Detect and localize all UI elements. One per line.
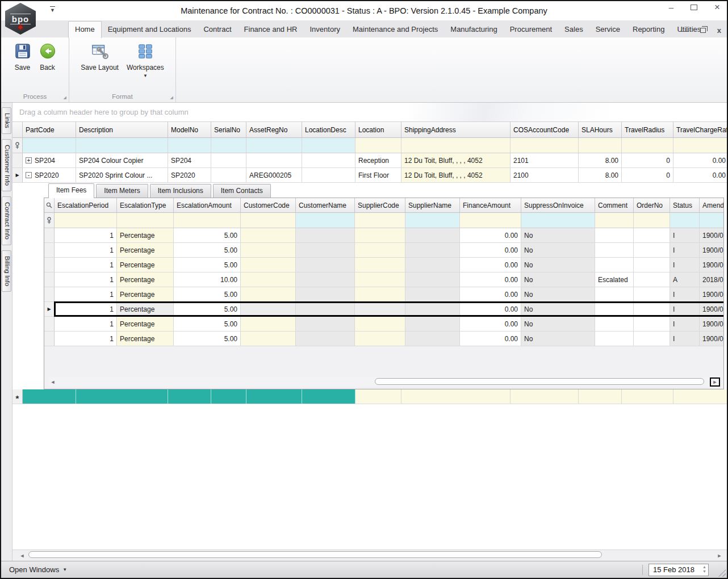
detail-cell-comment[interactable] (595, 243, 634, 257)
detail-cell-escalationtype[interactable]: Percentage (117, 272, 174, 287)
detail-cell-escalationamount[interactable]: 5.00 (174, 317, 241, 331)
detail-cell-status[interactable]: I (670, 228, 700, 242)
detail-cell-suppressoninvoice[interactable]: No (521, 287, 595, 301)
filter-cell-travelchargerate[interactable] (673, 138, 727, 153)
detail-cell-orderno[interactable] (634, 317, 670, 331)
detail-filter-cell-suppliername[interactable] (405, 213, 460, 228)
detail-cell-suppliername[interactable] (405, 302, 460, 316)
filter-cell-locationdesc[interactable] (302, 138, 355, 153)
detail-filter-cell-amend[interactable] (700, 213, 724, 228)
open-windows-button[interactable]: Open Windows ▼ (9, 565, 67, 574)
sidebar-tab-contract-info[interactable]: Contract Info (2, 196, 11, 245)
detail-cell-suppliername[interactable] (405, 272, 460, 287)
detail-cell-customercode[interactable] (241, 228, 296, 242)
detail-cell-amend[interactable]: 1900/0 (700, 258, 724, 272)
fee-row-cells[interactable]: 1Percentage10.000.00NoEscalatedA2018/0 (55, 272, 724, 287)
main-horizontal-scrollbar[interactable]: ◄ ► (12, 549, 727, 561)
detail-cell-customername[interactable] (296, 332, 355, 346)
detail-cell-escalationtype[interactable]: Percentage (117, 243, 174, 257)
detail-column-header-suppliercode[interactable]: SupplierCode (355, 198, 405, 212)
detail-cell-financeamount[interactable]: 0.00 (460, 258, 521, 272)
sidebar-tab-links[interactable]: Links (2, 107, 11, 134)
detail-cell-orderno[interactable] (634, 287, 670, 301)
ribbon-tab-maintenance-and-projects[interactable]: Maintenance and Projects (346, 22, 444, 37)
detail-cell-customername[interactable] (296, 272, 355, 287)
process-dialog-launcher-icon[interactable]: ◢ (64, 95, 66, 100)
detail-cell-status[interactable]: A (670, 272, 700, 287)
new-row-cell-travelradius[interactable] (622, 389, 673, 404)
ribbon-tab-equipment-and-locations[interactable]: Equipment and Locations (102, 22, 198, 37)
detail-column-header-suppressoninvoice[interactable]: SuppressOnInvoice (521, 198, 595, 212)
cell-locationdesc[interactable] (302, 153, 355, 167)
filter-cell-shippingaddress[interactable] (401, 138, 511, 153)
detail-column-header-suppliername[interactable]: SupplierName (405, 198, 460, 212)
detail-column-header-financeamount[interactable]: FinanceAmount (460, 198, 521, 212)
detail-cell-financeamount[interactable]: 0.00 (460, 317, 521, 331)
detail-filter-cell-customercode[interactable] (241, 213, 296, 228)
ribbon-tab-sales[interactable]: Sales (558, 22, 589, 37)
detail-cell-suppliername[interactable] (405, 258, 460, 272)
detail-tab-item-meters[interactable]: Item Meters (96, 184, 148, 198)
sidebar-tab-customer-info[interactable]: Customer Info (2, 139, 11, 191)
master-filter-pin-icon[interactable] (12, 138, 23, 153)
detail-cell-status[interactable]: I (670, 302, 700, 316)
filter-cell-serialno[interactable] (211, 138, 246, 153)
detail-cell-customercode[interactable] (241, 332, 296, 346)
column-header-location[interactable]: Location (355, 122, 401, 137)
detail-cell-orderno[interactable] (634, 258, 670, 272)
detail-cell-customercode[interactable] (241, 243, 296, 257)
detail-cell-escalationperiod[interactable]: 1 (55, 243, 117, 257)
fee-row[interactable]: 1Percentage5.000.00NoI1900/0 (44, 287, 723, 302)
detail-column-header-escalationtype[interactable]: EscalationType (117, 198, 174, 212)
detail-cell-status[interactable]: I (670, 258, 700, 272)
date-spinner[interactable]: ▲▼ (702, 565, 706, 574)
equipment-row[interactable]: ▶-SP2020SP2020 Sprint Colour ...SP2020AR… (12, 168, 727, 183)
detail-cell-escalationperiod[interactable]: 1 (55, 317, 117, 331)
cell-slahours[interactable]: 8.00 (579, 168, 622, 182)
detail-cell-amend[interactable]: 1900/0 (700, 228, 724, 242)
detail-cell-escalationperiod[interactable]: 1 (55, 332, 117, 346)
column-header-cosaccountcode[interactable]: COSAccountCode (511, 122, 579, 137)
detail-cell-suppliercode[interactable] (355, 317, 405, 331)
column-header-travelradius[interactable]: TravelRadius (622, 122, 673, 137)
detail-cell-suppliercode[interactable] (355, 272, 405, 287)
filter-cell-cosaccountcode[interactable] (511, 138, 579, 153)
new-row-cell-locationdesc[interactable] (302, 389, 355, 404)
main-scroll-track[interactable] (26, 550, 716, 561)
detail-cell-amend[interactable]: 1900/0 (700, 287, 724, 301)
new-row-cell-shippingaddress[interactable] (401, 389, 511, 404)
resize-grip[interactable] (718, 569, 726, 577)
detail-cell-orderno[interactable] (634, 302, 670, 316)
detail-cell-escalationamount[interactable]: 5.00 (174, 258, 241, 272)
column-header-slahours[interactable]: SLAHours (579, 122, 622, 137)
detail-cell-escalationperiod[interactable]: 1 (55, 228, 117, 242)
cell-cosaccountcode[interactable]: 2101 (511, 153, 579, 167)
filter-cell-slahours[interactable] (579, 138, 622, 153)
ribbon-tab-inventory[interactable]: Inventory (304, 22, 346, 37)
column-header-partcode[interactable]: PartCode (23, 122, 76, 137)
cell-location[interactable]: Reception (355, 153, 401, 167)
fee-row-cells[interactable]: 1Percentage5.000.00NoI1900/0 (55, 243, 724, 257)
detail-cell-customercode[interactable] (241, 258, 296, 272)
format-dialog-launcher-icon[interactable]: ◢ (170, 95, 173, 100)
detail-cell-customername[interactable] (296, 317, 355, 331)
detail-cell-customercode[interactable] (241, 317, 296, 331)
detail-cell-customercode[interactable] (241, 272, 296, 287)
cell-description[interactable]: SP204 Colour Copier (76, 153, 168, 167)
detail-filter-cell-status[interactable] (670, 213, 700, 228)
detail-cell-comment[interactable]: Escalated (595, 272, 634, 287)
filter-cell-assetregno[interactable] (246, 138, 302, 153)
detail-cell-escalationperiod[interactable]: 1 (55, 272, 117, 287)
detail-cell-suppressoninvoice[interactable]: No (521, 302, 595, 316)
detail-column-header-customername[interactable]: CustomerName (296, 198, 355, 212)
cell-partcode[interactable]: -SP2020 (23, 168, 76, 182)
fee-row[interactable]: 1Percentage5.000.00NoI1900/0 (44, 258, 723, 272)
detail-cell-suppliercode[interactable] (355, 228, 405, 242)
detail-filter-cell-escalationperiod[interactable] (55, 213, 117, 228)
cell-travelchargerate[interactable]: 0.00 (673, 153, 727, 167)
detail-cell-comment[interactable] (595, 287, 634, 301)
detail-cell-financeamount[interactable]: 0.00 (460, 332, 521, 346)
detail-cell-comment[interactable] (595, 332, 634, 346)
detail-cell-escalationamount[interactable]: 5.00 (174, 243, 241, 257)
fee-row[interactable]: 1Percentage5.000.00NoI1900/0 (44, 317, 723, 332)
